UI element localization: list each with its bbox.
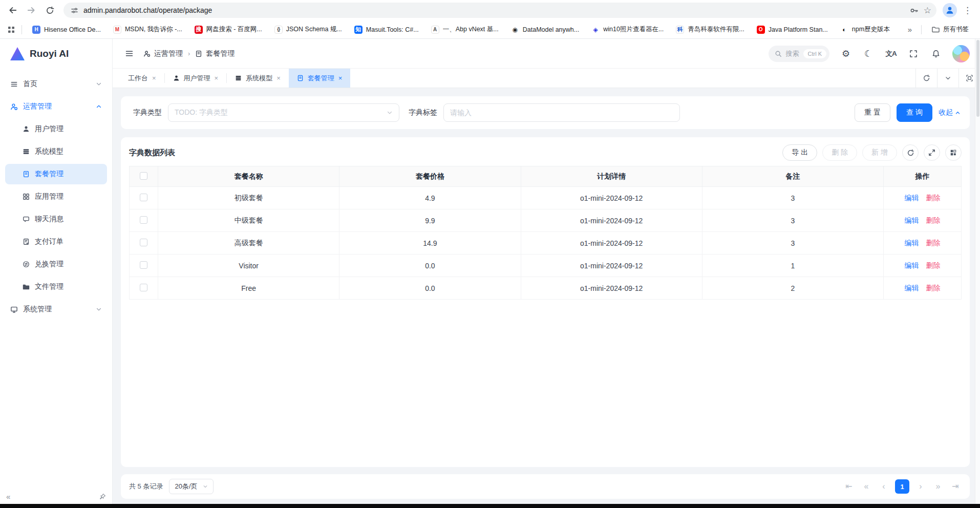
- bookmark-item[interactable]: 知Masuit.Tools: C#...: [350, 24, 423, 36]
- bookmark-item[interactable]: ◉DataModel anywh...: [507, 24, 583, 36]
- prev-page-icon[interactable]: ‹: [878, 482, 890, 491]
- sidebar-item-redeem[interactable]: 兑换管理: [5, 254, 107, 274]
- sidebar-collapse-icon[interactable]: «: [6, 492, 10, 501]
- browser-profile-avatar[interactable]: [943, 3, 957, 17]
- row-checkbox[interactable]: [140, 284, 147, 291]
- table-refresh-icon[interactable]: [902, 144, 919, 161]
- sidebar-item-users[interactable]: 用户管理: [5, 119, 107, 139]
- edit-link[interactable]: 编辑: [905, 284, 919, 293]
- chevron-down-icon: [203, 484, 208, 489]
- table-columns-icon[interactable]: [945, 144, 962, 161]
- notifications-bell-icon[interactable]: [930, 48, 942, 60]
- browser-reload-button[interactable]: [42, 3, 57, 18]
- bookmark-item[interactable]: ◈win10照片查看器在...: [587, 23, 668, 36]
- sidebar-item-apps[interactable]: 应用管理: [5, 186, 107, 207]
- sidebar-item-orders[interactable]: 支付订单: [5, 231, 107, 252]
- row-checkbox[interactable]: [140, 261, 147, 269]
- dict-type-select[interactable]: TODO: 字典类型: [168, 103, 399, 122]
- all-bookmarks-button[interactable]: 所有书签: [928, 23, 973, 36]
- tabs-menu-chevron-icon[interactable]: [937, 69, 958, 88]
- sidebar-item-packages[interactable]: 套餐管理: [5, 164, 107, 184]
- settings-gear-icon[interactable]: ⚙: [840, 48, 852, 60]
- browser-back-button[interactable]: [5, 3, 20, 18]
- export-button[interactable]: 导 出: [782, 144, 817, 161]
- bookmark-item[interactable]: MMSDN, 我告诉你 -...: [109, 23, 186, 36]
- edit-link[interactable]: 编辑: [905, 216, 919, 225]
- row-checkbox[interactable]: [140, 216, 147, 224]
- close-icon[interactable]: ×: [338, 74, 343, 82]
- bookmark-item[interactable]: 搜网盘搜索 - 百度网...: [190, 23, 266, 36]
- bookmark-item[interactable]: ◐npm歷史版本: [836, 23, 894, 36]
- edit-link[interactable]: 编辑: [905, 261, 919, 270]
- delete-link[interactable]: 删除: [926, 239, 941, 248]
- tab-users[interactable]: 用户管理 ×: [165, 69, 227, 88]
- sidebar-toggle-icon[interactable]: [123, 48, 135, 60]
- dark-mode-moon-icon[interactable]: ☾: [862, 48, 875, 60]
- scrollbar-thumb[interactable]: [976, 40, 979, 117]
- pin-icon[interactable]: [99, 493, 106, 500]
- dict-tag-input[interactable]: [443, 103, 680, 122]
- bookmark-star-icon[interactable]: ☆: [924, 6, 931, 15]
- tabs-refresh-icon[interactable]: [915, 69, 937, 88]
- apps-grid-icon[interactable]: [7, 26, 15, 34]
- delete-link[interactable]: 删除: [926, 284, 941, 293]
- edit-link[interactable]: 编辑: [905, 194, 919, 203]
- bookmarks-overflow-icon[interactable]: »: [905, 25, 915, 34]
- delete-link[interactable]: 删除: [926, 194, 941, 203]
- tab-workbench[interactable]: 工作台 ×: [120, 69, 164, 88]
- page-scrollbar[interactable]: [975, 39, 980, 504]
- browser-forward-button[interactable]: [24, 3, 39, 18]
- reset-button[interactable]: 重 置: [855, 103, 890, 122]
- browser-menu-icon[interactable]: ⋮: [960, 6, 975, 15]
- edit-link[interactable]: 编辑: [905, 239, 919, 248]
- collapse-filters-link[interactable]: 收起: [939, 108, 961, 117]
- chevron-down-icon: [387, 110, 393, 116]
- delete-link[interactable]: 删除: [926, 216, 941, 225]
- next-group-icon[interactable]: »: [932, 482, 944, 491]
- delete-link[interactable]: 删除: [926, 261, 941, 270]
- bookmark-item[interactable]: {}JSON Schema 规...: [270, 23, 346, 36]
- sidebar-item-home[interactable]: 首页: [5, 74, 107, 94]
- query-button[interactable]: 查 询: [897, 103, 932, 122]
- bookmark-item[interactable]: A一、Abp vNext 基...: [427, 23, 503, 36]
- sidebar-item-operate[interactable]: 运营管理: [5, 96, 107, 117]
- bookmark-item[interactable]: OJava Platform Stan...: [753, 24, 832, 36]
- user-avatar[interactable]: [952, 45, 970, 62]
- next-page-icon[interactable]: ›: [914, 482, 927, 491]
- tab-packages[interactable]: 套餐管理 ×: [289, 69, 351, 88]
- invoice-icon: [23, 238, 30, 245]
- bookmark-item[interactable]: 科青岛科泰软件有限...: [672, 23, 748, 36]
- tab-models[interactable]: 系统模型 ×: [227, 69, 289, 88]
- language-translate-icon[interactable]: 文A: [885, 48, 897, 60]
- add-button[interactable]: 新 增: [862, 144, 897, 161]
- first-page-icon[interactable]: ⇤: [843, 482, 855, 491]
- logo[interactable]: Ruoyi AI: [0, 39, 112, 69]
- page-number-current[interactable]: 1: [895, 479, 909, 494]
- site-settings-icon[interactable]: [71, 7, 78, 14]
- select-all-checkbox[interactable]: [140, 172, 147, 180]
- breadcrumb-item[interactable]: 运营管理: [143, 49, 183, 58]
- table-row: 高级套餐 14.9 o1-mini-2024-09-12 3 编辑删除: [130, 232, 962, 255]
- table-expand-icon[interactable]: [924, 144, 940, 161]
- global-search[interactable]: 搜索 Ctrl K: [769, 46, 830, 62]
- close-icon[interactable]: ×: [215, 74, 219, 82]
- sidebar-item-system[interactable]: 系统管理: [5, 299, 107, 320]
- fullscreen-icon[interactable]: [907, 48, 920, 60]
- password-key-icon[interactable]: [910, 6, 919, 15]
- bookmark-item[interactable]: HHisense Office De...: [28, 24, 105, 36]
- logo-text: Ruoyi AI: [30, 48, 69, 59]
- last-page-icon[interactable]: ⇥: [949, 482, 962, 491]
- sidebar-item-chat[interactable]: 聊天消息: [5, 209, 107, 229]
- package-table: 套餐名称 套餐价格 计划详情 备注 操作 初级套餐 4.9 o1-mini-2: [129, 166, 962, 300]
- sidebar-item-files[interactable]: 文件管理: [5, 277, 107, 297]
- close-icon[interactable]: ×: [276, 74, 281, 82]
- delete-button[interactable]: 删 除: [822, 144, 857, 161]
- sidebar-item-models[interactable]: 系统模型: [5, 141, 107, 162]
- page-size-select[interactable]: 20条/页: [169, 479, 213, 494]
- prev-group-icon[interactable]: «: [860, 482, 872, 491]
- row-checkbox[interactable]: [140, 194, 147, 201]
- close-icon[interactable]: ×: [152, 74, 156, 82]
- address-bar[interactable]: admin.pandarobot.chat/operate/package ☆: [63, 3, 936, 18]
- breadcrumb-item[interactable]: 套餐管理: [195, 49, 235, 58]
- row-checkbox[interactable]: [140, 239, 147, 246]
